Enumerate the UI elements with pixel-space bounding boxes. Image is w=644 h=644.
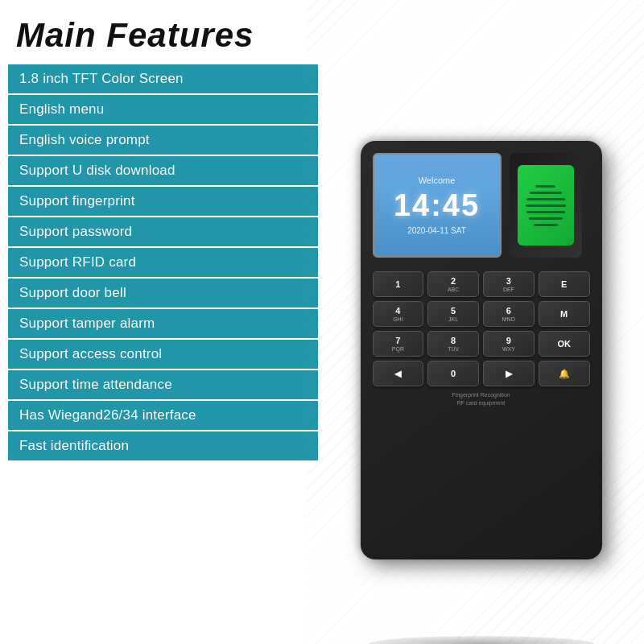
fp-line [526, 211, 565, 213]
feature-item-8: Support tamper alarm [8, 309, 318, 338]
key-sub-label: ABC [448, 287, 459, 292]
key-11[interactable]: OK [539, 331, 590, 357]
key-sub-label: WXY [502, 346, 515, 352]
key-main-label: ▶ [506, 369, 512, 379]
key-0[interactable]: 1 [373, 271, 424, 297]
fp-line [530, 192, 562, 194]
key-main-label: M [560, 309, 568, 319]
key-9[interactable]: 8TUV [427, 331, 479, 357]
fp-line [526, 198, 565, 200]
key-5[interactable]: 5JKL [427, 301, 479, 327]
key-main-label: 🔔 [559, 369, 570, 379]
feature-item-5: Support password [8, 217, 318, 246]
device-area: Welcome 14:45 2020-04-11 SAT [326, 64, 636, 636]
feature-item-9: Support access control [8, 340, 318, 369]
fp-line [529, 217, 563, 220]
fp-line [526, 204, 566, 207]
page-title: Main Features [16, 16, 254, 55]
key-sub-label: TUV [448, 346, 459, 352]
feature-item-7: Support door bell [8, 279, 318, 308]
device-screen: Welcome 14:45 2020-04-11 SAT [373, 153, 502, 258]
key-3[interactable]: E [539, 271, 590, 297]
keypad: 12ABC3DEFE4GHI5JKL6MNOM7PQR8TUV9WXYOK◀0▶… [373, 271, 590, 386]
key-main-label: OK [557, 339, 571, 349]
key-10[interactable]: 9WXY [483, 331, 535, 357]
feature-item-0: 1.8 inch TFT Color Screen [8, 64, 318, 93]
feature-item-2: English voice prompt [8, 126, 318, 155]
device-label: Fingerprint Recognition RF card equipmen… [452, 391, 510, 407]
key-main-label: 2 [451, 276, 456, 286]
key-main-label: ◀ [394, 369, 401, 379]
key-main-label: 7 [395, 336, 400, 345]
key-sub-label: DEF [503, 287, 514, 292]
content-area: 1.8 inch TFT Color ScreenEnglish menuEng… [8, 64, 636, 636]
key-13[interactable]: 0 [427, 361, 479, 386]
feature-item-12: Fast identification [8, 431, 318, 460]
key-sub-label: PQR [392, 346, 404, 352]
key-sub-label: MNO [502, 316, 515, 322]
key-main-label: 5 [451, 306, 456, 316]
feature-item-11: Has Wiegand26/34 interface [8, 401, 318, 430]
screen-time: 14:45 [394, 188, 480, 223]
feature-item-1: English menu [8, 95, 318, 124]
key-1[interactable]: 2ABC [427, 271, 479, 297]
screen-date: 2020-04-11 SAT [407, 226, 466, 235]
feature-item-4: Support fingerprint [8, 187, 318, 216]
key-8[interactable]: 7PQR [373, 331, 424, 357]
feature-item-6: Support RFID card [8, 248, 318, 277]
key-4[interactable]: 4GHI [373, 301, 424, 327]
device: Welcome 14:45 2020-04-11 SAT [361, 141, 602, 559]
key-main-label: 0 [451, 369, 456, 378]
feature-item-10: Support time attendance [8, 370, 318, 399]
key-main-label: 3 [506, 276, 511, 286]
key-15[interactable]: 🔔 [539, 361, 590, 386]
key-main-label: 6 [506, 306, 511, 316]
key-main-label: 1 [395, 279, 400, 289]
device-shadow [369, 636, 594, 644]
fingerprint-glow [518, 165, 574, 246]
key-main-label: 8 [451, 336, 456, 345]
fp-line [534, 224, 558, 226]
key-sub-label: JKL [448, 316, 458, 322]
device-top: Welcome 14:45 2020-04-11 SAT [373, 153, 590, 258]
key-7[interactable]: M [539, 301, 590, 327]
key-sub-label: GHI [393, 316, 402, 322]
screen-welcome: Welcome [419, 175, 456, 185]
features-list: 1.8 inch TFT Color ScreenEnglish menuEng… [8, 64, 318, 636]
key-main-label: E [561, 279, 567, 289]
key-main-label: 4 [395, 306, 400, 316]
fingerprint-sensor [510, 153, 582, 258]
key-2[interactable]: 3DEF [483, 271, 535, 297]
page-container: Main Features 1.8 inch TFT Color ScreenE… [0, 0, 644, 644]
key-main-label: 9 [506, 336, 511, 345]
fp-lines [526, 185, 566, 226]
feature-item-3: Support U disk download [8, 156, 318, 185]
fp-line [535, 185, 555, 188]
key-14[interactable]: ▶ [483, 361, 535, 386]
key-12[interactable]: ◀ [373, 361, 424, 386]
key-6[interactable]: 6MNO [483, 301, 535, 327]
